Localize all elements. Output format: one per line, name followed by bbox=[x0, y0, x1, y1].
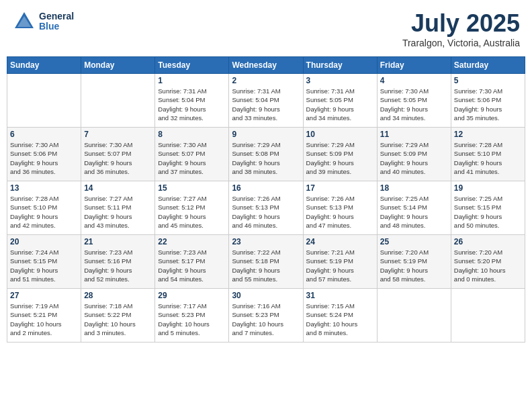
calendar-cell: 15Sunrise: 7:27 AM Sunset: 5:12 PM Dayli… bbox=[155, 181, 229, 235]
weekday-header-tuesday: Tuesday bbox=[155, 57, 229, 74]
day-number: 17 bbox=[306, 183, 374, 193]
day-number: 24 bbox=[306, 237, 374, 246]
day-detail: Sunrise: 7:29 AM Sunset: 5:09 PM Dayligh… bbox=[380, 140, 448, 176]
calendar-week-1: 1Sunrise: 7:31 AM Sunset: 5:04 PM Daylig… bbox=[7, 74, 525, 128]
calendar-table: SundayMondayTuesdayWednesdayThursdayFrid… bbox=[7, 56, 525, 342]
weekday-header-saturday: Saturday bbox=[451, 57, 525, 74]
day-detail: Sunrise: 7:31 AM Sunset: 5:05 PM Dayligh… bbox=[306, 87, 374, 122]
calendar-cell: 22Sunrise: 7:23 AM Sunset: 5:17 PM Dayli… bbox=[155, 235, 229, 289]
weekday-header-wednesday: Wednesday bbox=[229, 57, 303, 74]
day-detail: Sunrise: 7:30 AM Sunset: 5:07 PM Dayligh… bbox=[84, 140, 152, 176]
calendar-cell: 24Sunrise: 7:21 AM Sunset: 5:19 PM Dayli… bbox=[303, 235, 377, 289]
day-number: 11 bbox=[380, 130, 448, 139]
calendar-cell: 2Sunrise: 7:31 AM Sunset: 5:04 PM Daylig… bbox=[229, 74, 303, 128]
day-detail: Sunrise: 7:19 AM Sunset: 5:21 PM Dayligh… bbox=[10, 302, 78, 337]
calendar-week-3: 13Sunrise: 7:28 AM Sunset: 5:10 PM Dayli… bbox=[7, 181, 525, 235]
day-detail: Sunrise: 7:21 AM Sunset: 5:19 PM Dayligh… bbox=[306, 248, 374, 283]
day-detail: Sunrise: 7:29 AM Sunset: 5:09 PM Dayligh… bbox=[306, 140, 374, 176]
day-number: 22 bbox=[158, 237, 226, 246]
day-detail: Sunrise: 7:30 AM Sunset: 5:05 PM Dayligh… bbox=[380, 87, 448, 122]
day-detail: Sunrise: 7:26 AM Sunset: 5:13 PM Dayligh… bbox=[232, 194, 300, 230]
weekday-header-row: SundayMondayTuesdayWednesdayThursdayFrid… bbox=[7, 57, 525, 74]
day-number: 29 bbox=[158, 291, 226, 300]
calendar-week-2: 6Sunrise: 7:30 AM Sunset: 5:06 PM Daylig… bbox=[7, 128, 525, 181]
calendar-cell: 29Sunrise: 7:17 AM Sunset: 5:23 PM Dayli… bbox=[155, 289, 229, 342]
day-detail: Sunrise: 7:28 AM Sunset: 5:10 PM Dayligh… bbox=[10, 194, 78, 230]
day-number: 28 bbox=[84, 291, 152, 300]
calendar-cell: 19Sunrise: 7:25 AM Sunset: 5:15 PM Dayli… bbox=[451, 181, 525, 235]
calendar-cell: 31Sunrise: 7:15 AM Sunset: 5:24 PM Dayli… bbox=[303, 289, 377, 342]
calendar-cell: 27Sunrise: 7:19 AM Sunset: 5:21 PM Dayli… bbox=[7, 289, 81, 342]
day-detail: Sunrise: 7:23 AM Sunset: 5:17 PM Dayligh… bbox=[158, 248, 226, 283]
day-detail: Sunrise: 7:17 AM Sunset: 5:23 PM Dayligh… bbox=[158, 302, 226, 337]
day-detail: Sunrise: 7:20 AM Sunset: 5:19 PM Dayligh… bbox=[380, 248, 448, 283]
day-detail: Sunrise: 7:27 AM Sunset: 5:11 PM Dayligh… bbox=[84, 194, 152, 230]
day-number: 21 bbox=[84, 237, 152, 246]
calendar-cell: 17Sunrise: 7:26 AM Sunset: 5:13 PM Dayli… bbox=[303, 181, 377, 235]
calendar-cell: 9Sunrise: 7:29 AM Sunset: 5:08 PM Daylig… bbox=[229, 128, 303, 181]
day-detail: Sunrise: 7:30 AM Sunset: 5:07 PM Dayligh… bbox=[158, 140, 226, 176]
day-number: 1 bbox=[158, 76, 226, 85]
day-number: 3 bbox=[306, 76, 374, 85]
day-number: 2 bbox=[232, 76, 300, 85]
calendar-cell: 12Sunrise: 7:28 AM Sunset: 5:10 PM Dayli… bbox=[451, 128, 525, 181]
month-year-title: July 2025 bbox=[402, 9, 520, 38]
day-number: 16 bbox=[232, 183, 300, 193]
logo: General Blue bbox=[12, 9, 74, 34]
day-number: 18 bbox=[380, 183, 448, 193]
calendar-cell: 8Sunrise: 7:30 AM Sunset: 5:07 PM Daylig… bbox=[155, 128, 229, 181]
day-detail: Sunrise: 7:27 AM Sunset: 5:12 PM Dayligh… bbox=[158, 194, 226, 230]
title-block: July 2025 Traralgon, Victoria, Australia bbox=[402, 9, 520, 48]
day-detail: Sunrise: 7:25 AM Sunset: 5:14 PM Dayligh… bbox=[380, 194, 448, 230]
location-subtitle: Traralgon, Victoria, Australia bbox=[402, 38, 520, 48]
calendar-cell: 18Sunrise: 7:25 AM Sunset: 5:14 PM Dayli… bbox=[377, 181, 451, 235]
day-number: 12 bbox=[454, 130, 522, 139]
day-detail: Sunrise: 7:30 AM Sunset: 5:06 PM Dayligh… bbox=[10, 140, 78, 176]
day-number: 13 bbox=[10, 183, 78, 193]
calendar-cell: 1Sunrise: 7:31 AM Sunset: 5:04 PM Daylig… bbox=[155, 74, 229, 128]
day-number: 31 bbox=[306, 291, 374, 300]
logo-text: General Blue bbox=[39, 11, 74, 32]
calendar-cell: 6Sunrise: 7:30 AM Sunset: 5:06 PM Daylig… bbox=[7, 128, 81, 181]
day-number: 25 bbox=[380, 237, 448, 246]
day-number: 9 bbox=[232, 130, 300, 139]
day-detail: Sunrise: 7:22 AM Sunset: 5:18 PM Dayligh… bbox=[232, 248, 300, 283]
calendar-cell: 16Sunrise: 7:26 AM Sunset: 5:13 PM Dayli… bbox=[229, 181, 303, 235]
day-detail: Sunrise: 7:30 AM Sunset: 5:06 PM Dayligh… bbox=[454, 87, 522, 122]
calendar-week-5: 27Sunrise: 7:19 AM Sunset: 5:21 PM Dayli… bbox=[7, 289, 525, 342]
day-detail: Sunrise: 7:24 AM Sunset: 5:15 PM Dayligh… bbox=[10, 248, 78, 283]
calendar-cell bbox=[377, 289, 451, 342]
day-detail: Sunrise: 7:23 AM Sunset: 5:16 PM Dayligh… bbox=[84, 248, 152, 283]
calendar-cell: 11Sunrise: 7:29 AM Sunset: 5:09 PM Dayli… bbox=[377, 128, 451, 181]
day-detail: Sunrise: 7:20 AM Sunset: 5:20 PM Dayligh… bbox=[454, 248, 522, 283]
day-detail: Sunrise: 7:29 AM Sunset: 5:08 PM Dayligh… bbox=[232, 140, 300, 176]
day-number: 19 bbox=[454, 183, 522, 193]
day-number: 27 bbox=[10, 291, 78, 300]
page-header: General Blue July 2025 Traralgon, Victor… bbox=[7, 7, 525, 51]
calendar-cell: 21Sunrise: 7:23 AM Sunset: 5:16 PM Dayli… bbox=[81, 235, 155, 289]
day-number: 15 bbox=[158, 183, 226, 193]
day-number: 6 bbox=[10, 130, 78, 139]
weekday-header-monday: Monday bbox=[81, 57, 155, 74]
day-number: 20 bbox=[10, 237, 78, 246]
calendar-cell: 20Sunrise: 7:24 AM Sunset: 5:15 PM Dayli… bbox=[7, 235, 81, 289]
calendar-cell: 25Sunrise: 7:20 AM Sunset: 5:19 PM Dayli… bbox=[377, 235, 451, 289]
logo-blue-text: Blue bbox=[39, 21, 74, 32]
day-number: 8 bbox=[158, 130, 226, 139]
calendar-cell: 28Sunrise: 7:18 AM Sunset: 5:22 PM Dayli… bbox=[81, 289, 155, 342]
day-number: 14 bbox=[84, 183, 152, 193]
calendar-cell: 5Sunrise: 7:30 AM Sunset: 5:06 PM Daylig… bbox=[451, 74, 525, 128]
day-number: 10 bbox=[306, 130, 374, 139]
day-detail: Sunrise: 7:26 AM Sunset: 5:13 PM Dayligh… bbox=[306, 194, 374, 230]
day-detail: Sunrise: 7:31 AM Sunset: 5:04 PM Dayligh… bbox=[158, 87, 226, 122]
calendar-week-4: 20Sunrise: 7:24 AM Sunset: 5:15 PM Dayli… bbox=[7, 235, 525, 289]
calendar-cell: 3Sunrise: 7:31 AM Sunset: 5:05 PM Daylig… bbox=[303, 74, 377, 128]
calendar-cell: 26Sunrise: 7:20 AM Sunset: 5:20 PM Dayli… bbox=[451, 235, 525, 289]
day-number: 5 bbox=[454, 76, 522, 85]
day-number: 26 bbox=[454, 237, 522, 246]
day-detail: Sunrise: 7:31 AM Sunset: 5:04 PM Dayligh… bbox=[232, 87, 300, 122]
day-detail: Sunrise: 7:28 AM Sunset: 5:10 PM Dayligh… bbox=[454, 140, 522, 176]
weekday-header-friday: Friday bbox=[377, 57, 451, 74]
weekday-header-thursday: Thursday bbox=[303, 57, 377, 74]
calendar-cell: 10Sunrise: 7:29 AM Sunset: 5:09 PM Dayli… bbox=[303, 128, 377, 181]
